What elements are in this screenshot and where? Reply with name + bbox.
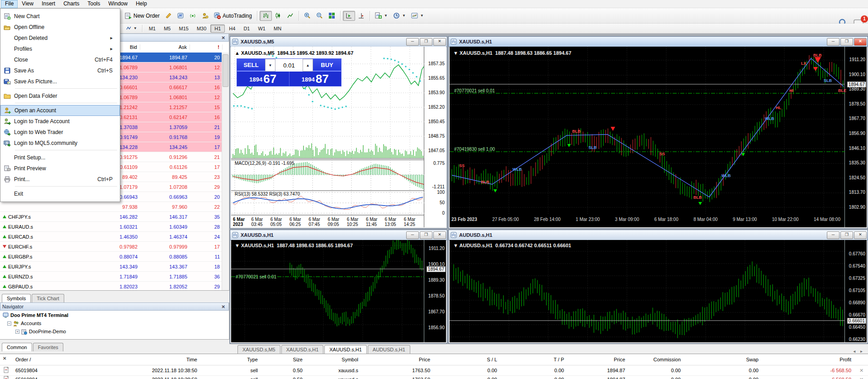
menu-item-login-to-web-trader[interactable]: Login to Web Trader: [0, 127, 120, 138]
close-icon[interactable]: ✕: [433, 231, 446, 239]
scrollbar-thumb[interactable]: [223, 54, 228, 87]
periods-button[interactable]: ▼: [390, 11, 408, 21]
line-chart-mode-button[interactable]: [284, 11, 296, 21]
terminal-column-s-l[interactable]: S / L: [434, 357, 501, 362]
market-watch-row[interactable]: EURAUD.s1.603211.6034928: [0, 222, 223, 232]
column-ask[interactable]: Ask: [140, 44, 190, 50]
market-watch-scrollbar[interactable]: [222, 53, 228, 290]
menu-item-print-preview[interactable]: Print Preview: [0, 163, 120, 174]
navigator-close-icon[interactable]: ✕: [220, 304, 227, 309]
timeframe-h4[interactable]: H4: [225, 24, 239, 33]
zoom-in-button[interactable]: [301, 11, 313, 21]
minimize-icon[interactable]: ─: [406, 38, 419, 46]
metaeditor-button[interactable]: [175, 11, 187, 21]
menu-item-open-an-account[interactable]: Open an Account: [0, 105, 120, 116]
minimize-icon[interactable]: ─: [827, 231, 840, 239]
timeframe-h1[interactable]: H1: [210, 24, 225, 33]
buy-button[interactable]: BUY: [313, 59, 341, 72]
restore-icon[interactable]: ❐: [840, 231, 853, 239]
terminal-column-swap[interactable]: Swap: [684, 357, 762, 362]
chart-tab-xauusd-s-m5[interactable]: XAUUSD.s,M5: [237, 345, 280, 354]
terminal-column-commission[interactable]: Commission: [629, 357, 684, 362]
menu-insert[interactable]: Insert: [38, 0, 59, 8]
collapse-icon[interactable]: −: [7, 321, 11, 326]
sell-button[interactable]: SELL: [237, 59, 265, 72]
timeframe-d1[interactable]: D1: [239, 24, 254, 33]
chart-area-h1-small[interactable]: ▼ XAUUSD.s,H1 1887.48 1898.63 1886.65 18…: [231, 240, 446, 342]
restore-icon[interactable]: ❐: [420, 38, 432, 46]
tab-tick-chart[interactable]: Tick Chart: [32, 294, 64, 302]
terminal-column-order[interactable]: Order /: [12, 357, 52, 362]
tree-item-accounts[interactable]: − Accounts: [0, 319, 228, 327]
chart-area-m5[interactable]: ▲ XAUUSD.s,M5 1894.15 1895.42 1893.92 18…: [231, 47, 446, 227]
chart-window-xauusd-h1[interactable]: XAUUSD.s,H1 ─ ❐ ✕ SSBLBWLBBLBSLBSSBLBWLB…: [448, 36, 868, 229]
terminal-column-symbol[interactable]: Symbol: [306, 357, 362, 362]
menu-item-open-offline[interactable]: Open Offline: [0, 22, 120, 33]
tab-scroll-arrows[interactable]: ◂ ▸: [853, 349, 866, 354]
menu-charts[interactable]: Charts: [59, 0, 83, 8]
auto-scroll-button[interactable]: [343, 11, 355, 21]
menu-item-save-as-picture[interactable]: Save As Picture...: [0, 76, 120, 87]
indicators-button[interactable]: ▼: [372, 11, 390, 21]
restore-icon[interactable]: ❐: [840, 38, 853, 46]
minimize-icon[interactable]: ─: [406, 231, 419, 239]
sell-price[interactable]: 189467: [237, 72, 289, 86]
timeframe-m15[interactable]: M15: [175, 24, 192, 33]
bar-chart-mode-button[interactable]: [260, 11, 272, 21]
tab-common[interactable]: Common: [2, 343, 32, 351]
terminal-column-price[interactable]: Price: [362, 357, 434, 362]
chart-window-xauusd-h1-small[interactable]: XAUUSD.s,H1 ─ ❐ ✕ ▼ XAUUSD.s,H1 1887.48 …: [230, 230, 447, 344]
chart-window-xauusd-m5[interactable]: XAUUSD.s,M5 ─ ❐ ✕ ▲ XAUUSD.s,M5 1894.15 …: [230, 36, 447, 229]
menu-file[interactable]: File: [1, 0, 18, 8]
minimize-icon[interactable]: ─: [827, 38, 840, 46]
buy-price[interactable]: 189487: [289, 72, 342, 86]
chart-area-audusd[interactable]: ▼ AUDUSD.s,H1 0.66734 0.66742 0.66511 0.…: [450, 240, 867, 342]
menu-tools[interactable]: Tools: [84, 0, 104, 8]
menu-item-login-to-mql5-community[interactable]: SLogin to MQL5.community: [0, 138, 120, 149]
time-scale-h1[interactable]: 23 Feb 202327 Feb 05:0028 Feb 14:001 Mar…: [451, 217, 840, 222]
terminal-column-type[interactable]: Type: [201, 357, 261, 362]
timeframe-m1[interactable]: M1: [145, 24, 160, 33]
lot-size-field[interactable]: 0.01: [275, 59, 303, 72]
menu-window[interactable]: Window: [104, 0, 132, 8]
tile-windows-button[interactable]: [326, 11, 338, 21]
column-spread[interactable]: !: [190, 44, 223, 50]
chart-area-h1[interactable]: SSBLBWLBBLBSLBSSBLBWLBHLHILXBLBSLBBLEWLB…: [450, 47, 867, 227]
window-titlebar[interactable]: XAUUSD.s,M5 ─ ❐ ✕: [230, 37, 447, 47]
menu-item-print[interactable]: Print...Ctrl+P: [0, 174, 120, 185]
timeframe-w1[interactable]: W1: [254, 24, 270, 33]
chart-shift-button[interactable]: [355, 11, 367, 21]
terminal-column-t-p[interactable]: T / P: [501, 357, 568, 362]
timeframes-dropdown-button[interactable]: ▼: [123, 24, 140, 33]
market-watch-row[interactable]: CHFJPY.s146.282146.31735: [0, 212, 223, 222]
close-order-icon[interactable]: ✕: [855, 368, 868, 374]
market-watch-row[interactable]: GBPAUD.s1.820231.8205229: [0, 282, 223, 290]
market-watch-row[interactable]: EURCAD.s1.463501.4637424: [0, 232, 223, 242]
zoom-out-button[interactable]: [313, 11, 326, 21]
chart-tab-audusd-s-h1[interactable]: AUDUSD.s,H1: [368, 345, 410, 354]
time-scale-m5[interactable]: 6 Mar 20236 Mar 03:456 Mar 05:056 Mar 06…: [233, 217, 423, 227]
candlestick-mode-button[interactable]: [272, 11, 284, 21]
lot-increase-button[interactable]: ▲: [303, 59, 313, 72]
close-icon[interactable]: ✕: [854, 38, 867, 46]
tree-item-account-demo[interactable]: + DooPrime-Demo: [0, 327, 228, 336]
timeframe-mn[interactable]: MN: [270, 24, 285, 33]
signals-button[interactable]: [187, 11, 199, 21]
tab-symbols[interactable]: Symbols: [2, 294, 31, 302]
window-titlebar[interactable]: XAUUSD.s,H1 ─ ❐ ✕: [449, 37, 868, 47]
menu-view[interactable]: View: [18, 0, 38, 8]
timeframe-m30[interactable]: M30: [193, 24, 210, 33]
menu-item-new-chart[interactable]: New Chart: [0, 11, 120, 22]
templates-button[interactable]: ▼: [408, 11, 427, 21]
tab-favorites[interactable]: Favorites: [33, 343, 63, 351]
chart-tab-xauusd-s-h1[interactable]: XAUUSD.s,H1: [324, 345, 367, 354]
expand-icon[interactable]: +: [15, 330, 19, 334]
terminal-column-profit[interactable]: Profit: [762, 357, 855, 362]
menu-item-open-data-folder[interactable]: Open Data Folder: [0, 91, 120, 101]
chart-window-audusd-h1[interactable]: AUDUSD.s,H1 ─ ❐ ✕ ▼ AUDUSD.s,H1 0.66734 …: [448, 230, 868, 344]
close-icon[interactable]: ✕: [433, 38, 446, 46]
terminal-column-size[interactable]: Size: [261, 357, 306, 362]
market-watch-close-icon[interactable]: ✕: [220, 35, 227, 40]
menu-item-close[interactable]: CloseCtrl+F4: [0, 54, 120, 65]
market-watch-row[interactable]: 97.93897.96022: [0, 202, 223, 212]
